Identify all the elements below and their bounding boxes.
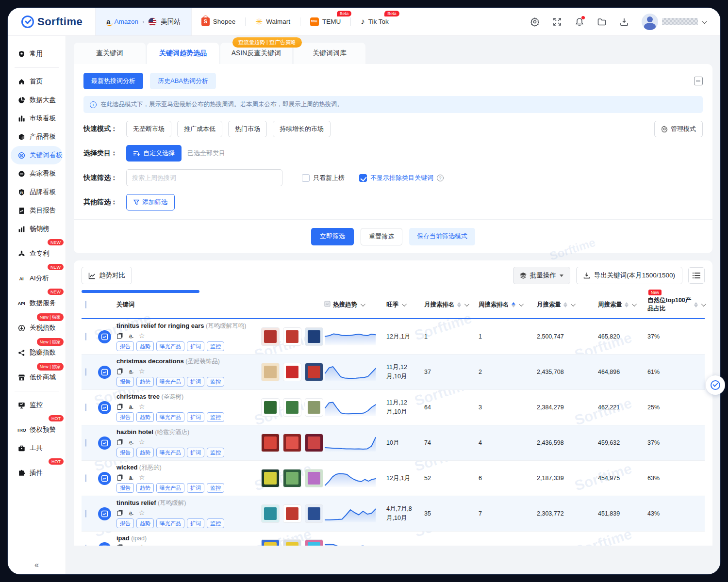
column-header-旺季[interactable]: 旺季 — [386, 301, 424, 309]
keyword-text[interactable]: tinnitus relief — [116, 499, 156, 506]
product-image[interactable] — [261, 398, 280, 417]
translate-icon[interactable] — [98, 472, 111, 485]
keyword-text[interactable]: christmas tree — [116, 393, 160, 400]
sidebar-item-市场看板[interactable]: 市场看板 — [11, 109, 63, 128]
help-icon[interactable]: ? — [437, 175, 444, 181]
sort-control[interactable] — [563, 302, 567, 307]
action-chip-趋势[interactable]: 趋势 — [136, 483, 154, 493]
sidebar-collapse-button[interactable]: « — [11, 558, 63, 570]
keyword-text[interactable]: wicked — [116, 464, 137, 471]
keyword-text[interactable]: christmas decorations — [116, 357, 184, 365]
filter-chevron-icon[interactable] — [402, 302, 407, 307]
history-aba-button[interactable]: 历史ABA热词分析 — [150, 73, 216, 89]
product-image[interactable] — [283, 434, 301, 452]
sidebar-item-侵权预警[interactable]: TRO侵权预警HOT — [11, 420, 63, 439]
notification-bell-icon[interactable] — [575, 17, 584, 27]
action-chip-趋势[interactable]: 趋势 — [136, 518, 154, 528]
action-chip-趋势[interactable]: 趋势 — [136, 377, 154, 387]
product-image[interactable] — [261, 327, 280, 346]
column-header-周搜索排名[interactable]: 周搜索排名 — [479, 301, 537, 309]
action-chip-监控[interactable]: 监控 — [207, 483, 224, 493]
sidebar-item-监控[interactable]: 监控 — [11, 396, 63, 414]
action-chip-扩词[interactable]: 扩词 — [187, 377, 204, 387]
trend-sparkline-chart[interactable] — [324, 433, 386, 453]
copy-icon[interactable] — [116, 544, 123, 546]
action-chip-扩词[interactable]: 扩词 — [187, 341, 204, 351]
sidebar-item-产品看板[interactable]: 产品看板 — [11, 128, 63, 146]
tab-查关键词[interactable]: 查关键词 — [74, 43, 146, 64]
image-toggle-icon[interactable] — [324, 301, 331, 308]
translate-icon[interactable] — [98, 507, 111, 520]
marketplace-temu[interactable]: TEMU Beta — [300, 8, 350, 35]
latest-hot-words-button[interactable]: 最新热搜词分析 — [83, 73, 143, 89]
copy-icon[interactable] — [116, 438, 123, 445]
sidebar-item-数据服务[interactable]: API数据服务NEW — [11, 294, 63, 312]
column-header-月搜索量[interactable]: 月搜索量 — [537, 301, 598, 309]
sidebar-item-畅销榜[interactable]: 畅销榜 — [11, 220, 63, 238]
action-chip-扩词[interactable]: 扩词 — [187, 483, 204, 493]
favorite-star-icon[interactable]: ☆ — [139, 544, 145, 546]
sidebar-item-隐赚指数[interactable]: 隐赚指数New | 独家 — [11, 343, 63, 362]
product-image[interactable] — [283, 363, 301, 381]
product-image[interactable] — [283, 539, 301, 546]
action-chip-扩词[interactable]: 扩词 — [187, 412, 204, 422]
product-image[interactable] — [305, 434, 323, 452]
amazon-link-icon[interactable]: a — [128, 368, 134, 374]
action-chip-趋势[interactable]: 趋势 — [136, 341, 154, 351]
trend-sparkline-chart[interactable] — [324, 362, 386, 382]
filter-chevron-icon[interactable] — [361, 302, 365, 307]
filter-chevron-icon[interactable] — [571, 302, 576, 307]
amazon-link-icon[interactable]: a — [128, 544, 134, 546]
trend-sparkline-chart[interactable] — [324, 504, 386, 523]
favorite-star-icon[interactable]: ☆ — [139, 474, 145, 481]
action-chip-曝光产品[interactable]: 曝光产品 — [156, 448, 184, 457]
favorite-star-icon[interactable]: ☆ — [139, 332, 145, 339]
row-checkbox[interactable] — [85, 333, 86, 340]
marketplace-tiktok[interactable]: ♪ Tik Tok Beta — [351, 8, 398, 35]
product-image[interactable] — [283, 504, 301, 523]
sidebar-item-插件[interactable]: 插件HOT — [11, 464, 63, 482]
favorite-star-icon[interactable]: ☆ — [139, 403, 145, 410]
action-chip-曝光产品[interactable]: 曝光产品 — [156, 518, 184, 528]
sidebar-item-关税指数[interactable]: 关税指数New | 独家 — [11, 319, 63, 337]
app-logo[interactable]: Sorftime — [8, 16, 95, 28]
custom-category-button[interactable]: 自定义选择 — [126, 145, 182, 162]
reset-filter-button[interactable]: 重置筛选 — [361, 228, 402, 245]
product-image[interactable] — [305, 469, 323, 487]
checkbox-new-only[interactable]: 只看新上榜 — [302, 174, 345, 182]
trend-compare-button[interactable]: 趋势对比 — [82, 267, 132, 284]
action-chip-报告[interactable]: 报告 — [116, 412, 134, 422]
action-chip-扩词[interactable]: 扩词 — [187, 518, 204, 528]
action-chip-监控[interactable]: 监控 — [207, 448, 224, 457]
sort-control[interactable] — [625, 302, 629, 307]
apply-filter-button[interactable]: 立即筛选 — [311, 228, 354, 245]
translate-icon[interactable] — [98, 542, 111, 546]
trend-sparkline-chart[interactable] — [324, 469, 386, 488]
favorite-star-icon[interactable]: ☆ — [139, 438, 145, 445]
tab-关键词词库[interactable]: 关键词词库 — [294, 43, 365, 64]
marketplace-walmart[interactable]: ✳ Walmart — [246, 8, 300, 35]
translate-icon[interactable] — [98, 436, 111, 450]
checkbox-checked[interactable] — [359, 174, 367, 182]
column-header-自然位top100产品占比[interactable]: 自然位top100产品占比New — [647, 296, 705, 313]
product-image[interactable] — [261, 539, 280, 546]
amazon-link-icon[interactable]: a — [128, 509, 134, 516]
row-checkbox[interactable] — [85, 439, 86, 447]
product-image[interactable] — [305, 363, 323, 381]
sidebar-item-数据大盘[interactable]: 数据大盘 — [11, 91, 63, 109]
manage-mode-button[interactable]: 管理模式 — [654, 121, 703, 137]
translate-icon[interactable] — [98, 401, 111, 414]
product-image[interactable] — [305, 539, 323, 546]
copy-icon[interactable] — [116, 403, 123, 410]
amazon-link-icon[interactable]: a — [128, 438, 134, 445]
quick-mode-热门市场[interactable]: 热门市场 — [228, 121, 267, 137]
keyword-text[interactable]: hazbin hotel — [116, 428, 153, 436]
action-chip-曝光产品[interactable]: 曝光产品 — [156, 341, 184, 351]
row-checkbox[interactable] — [85, 404, 86, 411]
quick-mode-推广成本低[interactable]: 推广成本低 — [177, 121, 222, 137]
sorftime-float-button[interactable] — [706, 375, 725, 395]
filter-chevron-icon[interactable] — [701, 302, 706, 307]
row-checkbox[interactable] — [85, 368, 86, 376]
product-image[interactable] — [283, 469, 301, 487]
keyword-text[interactable]: tinnitus relief for ringing ears — [116, 322, 204, 329]
